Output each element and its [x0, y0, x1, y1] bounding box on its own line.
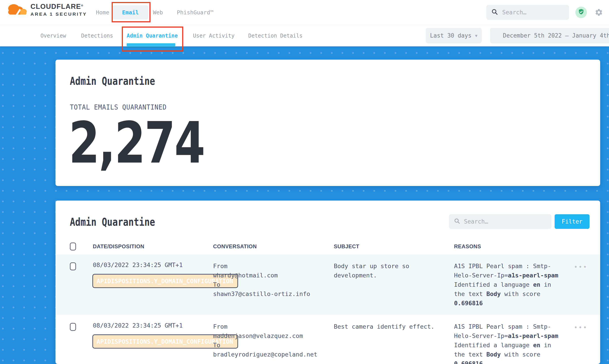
row-conversation: From whardy@hotmail.com To shawn37@casti… [213, 261, 328, 299]
global-search-input[interactable]: Search… [486, 5, 569, 20]
topnav-email[interactable]: Email [112, 5, 148, 19]
logo-text: CLOUDFLARE® AREA 1 SECURITY [30, 3, 87, 17]
tab-overview[interactable]: Overview [41, 25, 66, 46]
tab-user-activity[interactable]: User Activity [193, 25, 234, 46]
date-range-text: December 5th 2022 — January 4th 2023 [503, 32, 609, 39]
column-header-conversation: CONVERSATION [213, 243, 257, 250]
date-range-dropdown[interactable]: Last 30 days ▼ [426, 28, 482, 43]
global-search-placeholder: Search… [502, 9, 527, 16]
topnav-phishguard[interactable]: PhishGuard™ [177, 0, 214, 25]
top-header: CLOUDFLARE® AREA 1 SECURITY Home Email W… [0, 0, 609, 25]
email-sub-nav: Overview Detections Admin Quarantine Use… [0, 25, 609, 46]
cloudflare-logo: CLOUDFLARE® AREA 1 SECURITY [6, 2, 87, 17]
row-reasons: A1S IPBL Pearl spam : Smtp-Helo-Server-I… [454, 261, 560, 308]
from-label: From [213, 261, 328, 271]
app-window: CLOUDFLARE® AREA 1 SECURITY Home Email W… [0, 0, 609, 364]
tab-detection-details[interactable]: Detection Details [248, 25, 303, 46]
row-date: 08/03/2022 23:34:25 GMT+1 [93, 261, 183, 268]
table-search-placeholder: Search… [464, 218, 488, 225]
row-date: 08/03/2022 23:34:25 GMT+1 [93, 322, 183, 329]
to-address[interactable]: shawn37@castillo-ortiz.info [213, 289, 328, 299]
row-subject[interactable]: Best camera identify effect. [334, 322, 439, 331]
from-address[interactable]: maddenjason@velazquez.com [213, 331, 328, 341]
to-address[interactable]: bradleyrodriguez@copeland.net [213, 350, 328, 359]
tab-detections[interactable]: Detections [81, 25, 113, 46]
protection-status-badge[interactable] [575, 7, 587, 18]
column-header-reasons: REASONS [454, 243, 481, 250]
shield-check-icon [577, 8, 585, 17]
table-card-title: Admin Quarantine [70, 216, 155, 228]
column-header-subject: SUBJECT [334, 243, 359, 250]
quarantine-table-card: Admin Quarantine Search… Filter DATE/DIS… [55, 201, 600, 364]
date-range-display[interactable]: December 5th 2022 — January 4th 2023 [490, 28, 609, 43]
brand-subtitle: AREA 1 SECURITY [30, 12, 87, 17]
column-header-date-disposition: DATE/DISPOSITION [93, 243, 144, 250]
disposition-badge-label: APIDISPOSITIONS.Y_DOMAIN_CONFIGURATION [97, 278, 233, 285]
from-label: From [213, 322, 328, 331]
summary-card-heading: Admin Quarantine [70, 75, 155, 88]
summary-card: Admin Quarantine TOTAL EMAILS QUARANTINE… [55, 60, 600, 186]
table-search-input[interactable]: Search… [449, 214, 552, 229]
row-conversation: From maddenjason@velazquez.com To bradle… [213, 322, 328, 359]
row-checkbox[interactable] [70, 323, 76, 331]
row-actions-menu-icon[interactable]: ••• [574, 263, 588, 271]
table-row: 08/03/2022 23:34:25 GMT+1 APIDISPOSITION… [55, 254, 600, 315]
registered-mark: ® [81, 4, 83, 7]
search-icon [491, 8, 498, 16]
brand-name: CLOUDFLARE [30, 3, 81, 10]
metric-value: 2,274 [69, 119, 204, 167]
chevron-down-icon: ▼ [475, 33, 477, 38]
date-range-dropdown-label: Last 30 days [430, 32, 472, 39]
filter-button[interactable]: Filter [555, 214, 590, 229]
table-row: 08/03/2022 23:34:25 GMT+1 APIDISPOSITION… [55, 315, 600, 364]
topnav-home[interactable]: Home [96, 0, 109, 25]
settings-gear-icon[interactable] [595, 8, 603, 17]
search-icon [454, 218, 460, 225]
to-label: To [213, 280, 328, 289]
topnav-web[interactable]: Web [153, 0, 163, 25]
active-tab-underline [127, 43, 175, 46]
row-reasons: A1S IPBL Pearl spam : Smtp-Helo-Server-I… [454, 322, 560, 364]
row-checkbox[interactable] [70, 262, 76, 270]
cloudflare-cloud-icon [6, 2, 27, 17]
from-address[interactable]: whardy@hotmail.com [213, 271, 328, 280]
disposition-badge-label: APIDISPOSITIONS.Y_DOMAIN_CONFIGURATION [97, 338, 233, 345]
row-actions-menu-icon[interactable]: ••• [574, 324, 588, 331]
row-subject[interactable]: Body star up store so development. [334, 261, 439, 280]
to-label: To [213, 341, 328, 350]
select-all-checkbox[interactable] [70, 243, 76, 250]
